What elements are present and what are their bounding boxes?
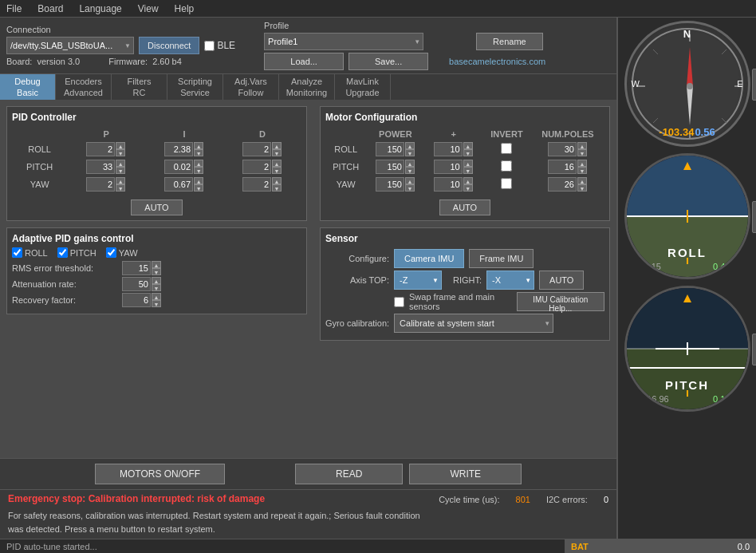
motor-yaw-invert[interactable] — [501, 178, 512, 189]
tab-basic-label[interactable]: Basic — [0, 87, 55, 100]
pid-roll-i-down[interactable]: ▼ — [194, 149, 203, 156]
tab-debug-basic[interactable]: Debug Basic — [0, 74, 56, 100]
attenuation-up[interactable]: ▲ — [152, 277, 161, 284]
menu-language[interactable]: Language — [76, 2, 124, 16]
pid-pitch-i-up[interactable]: ▲ — [194, 160, 203, 167]
pid-pitch-i-down[interactable]: ▼ — [194, 167, 203, 174]
motor-pitch-plus-down[interactable]: ▼ — [463, 167, 473, 174]
tab-follow-label[interactable]: Follow — [223, 87, 278, 100]
motors-onoff-button[interactable]: MOTORS ON/OFF — [95, 464, 225, 484]
motor-auto-button[interactable]: AUTO — [439, 199, 490, 215]
motor-yaw-plus[interactable] — [434, 177, 463, 192]
motor-yaw-power[interactable] — [376, 177, 404, 192]
motor-pitch-plus[interactable] — [434, 160, 463, 174]
motor-pitch-power-up[interactable]: ▲ — [405, 160, 415, 167]
load-button[interactable]: Load... — [264, 53, 344, 70]
pid-roll-d-up[interactable]: ▲ — [272, 142, 282, 149]
motor-pitch-power[interactable] — [376, 160, 404, 174]
motor-pitch-invert[interactable] — [501, 160, 512, 172]
rms-up[interactable]: ▲ — [152, 261, 161, 268]
motor-roll-poles[interactable] — [548, 142, 577, 156]
pid-pitch-p[interactable] — [86, 160, 115, 174]
right-axis-select[interactable]: -X — [486, 271, 534, 290]
tab-filters-label[interactable]: Filters — [112, 74, 167, 87]
motor-yaw-poles-up[interactable]: ▲ — [577, 177, 587, 184]
motor-roll-power-down[interactable]: ▼ — [405, 149, 415, 156]
pid-yaw-p[interactable] — [86, 177, 115, 192]
camera-imu-button[interactable]: Camera IMU — [394, 249, 464, 268]
pid-yaw-d-up[interactable]: ▲ — [272, 177, 282, 184]
attenuation-down[interactable]: ▼ — [152, 284, 161, 291]
motor-roll-power-up[interactable]: ▲ — [405, 142, 415, 149]
profile-select[interactable]: Profile1 — [264, 33, 423, 50]
motor-roll-power[interactable] — [376, 142, 404, 156]
motor-roll-plus-down[interactable]: ▼ — [463, 149, 473, 156]
pid-auto-button[interactable]: AUTO — [131, 199, 182, 215]
motor-yaw-poles[interactable] — [548, 177, 577, 192]
axis-auto-button[interactable]: AUTO — [539, 271, 584, 290]
imu-help-button[interactable]: IMU Calibration Help... — [517, 292, 604, 311]
motor-pitch-poles-down[interactable]: ▼ — [577, 167, 587, 174]
rms-down[interactable]: ▼ — [152, 268, 161, 275]
pid-roll-i-up[interactable]: ▲ — [194, 142, 203, 149]
motor-yaw-plus-down[interactable]: ▼ — [463, 184, 473, 192]
adaptive-roll-checkbox[interactable] — [12, 247, 22, 258]
menu-board[interactable]: Board — [34, 2, 66, 16]
motor-pitch-power-down[interactable]: ▼ — [405, 167, 415, 174]
tab-service-label[interactable]: Service — [167, 87, 222, 100]
pid-roll-d[interactable] — [242, 142, 271, 156]
tab-scripting-label[interactable]: Scripting — [167, 74, 222, 87]
pid-pitch-i[interactable] — [164, 160, 193, 174]
pid-pitch-d[interactable] — [242, 160, 271, 174]
pid-yaw-p-up[interactable]: ▲ — [116, 177, 125, 184]
menu-file[interactable]: File — [3, 2, 25, 16]
pid-roll-p-down[interactable]: ▼ — [116, 149, 125, 156]
disconnect-button[interactable]: Disconnect — [139, 37, 199, 54]
pid-yaw-d[interactable] — [242, 177, 271, 192]
adaptive-yaw-checkbox[interactable] — [106, 247, 116, 258]
tab-encoders-advanced[interactable]: Encoders Advanced — [56, 74, 112, 100]
roll-handle[interactable] — [752, 201, 757, 233]
pid-roll-i[interactable] — [164, 142, 193, 156]
device-select[interactable]: /dev/tty.SLAB_USBtoUA... — [6, 37, 134, 54]
pid-roll-p-up[interactable]: ▲ — [116, 142, 125, 149]
pid-pitch-d-down[interactable]: ▼ — [272, 167, 282, 174]
menu-help[interactable]: Help — [171, 2, 198, 16]
motor-yaw-power-up[interactable]: ▲ — [405, 177, 415, 184]
motor-roll-poles-down[interactable]: ▼ — [577, 149, 587, 156]
compass-handle[interactable] — [752, 69, 757, 101]
motor-roll-plus-up[interactable]: ▲ — [463, 142, 473, 149]
gyro-select[interactable]: Calibrate at system start — [394, 314, 553, 333]
tab-rc-label[interactable]: RC — [112, 87, 167, 100]
save-button[interactable]: Save... — [348, 53, 428, 70]
pid-yaw-i-up[interactable]: ▲ — [194, 177, 203, 184]
website-link[interactable]: basecamelectronics.com — [449, 57, 545, 66]
tab-analyze-label[interactable]: Analyze — [279, 74, 334, 87]
tab-analyze-monitoring[interactable]: Analyze Monitoring — [279, 74, 335, 100]
pid-roll-d-down[interactable]: ▼ — [272, 149, 282, 156]
read-button[interactable]: READ — [295, 464, 403, 484]
frame-imu-button[interactable]: Frame IMU — [469, 249, 534, 268]
pid-pitch-p-up[interactable]: ▲ — [116, 160, 125, 167]
rms-input[interactable] — [122, 261, 151, 275]
pid-yaw-i-down[interactable]: ▼ — [194, 184, 203, 192]
pid-yaw-d-down[interactable]: ▼ — [272, 184, 282, 192]
recovery-down[interactable]: ▼ — [152, 300, 161, 307]
pid-pitch-d-up[interactable]: ▲ — [272, 160, 282, 167]
recovery-up[interactable]: ▲ — [152, 293, 161, 300]
tab-encoders-label[interactable]: Encoders — [56, 74, 111, 87]
ble-checkbox[interactable] — [204, 41, 215, 51]
swap-checkbox[interactable] — [394, 297, 404, 307]
tab-monitoring-label[interactable]: Monitoring — [279, 87, 334, 100]
recovery-input[interactable] — [122, 293, 151, 307]
motor-roll-plus[interactable] — [434, 142, 463, 156]
motor-roll-poles-up[interactable]: ▲ — [577, 142, 587, 149]
attenuation-input[interactable] — [122, 277, 151, 291]
tab-adjvars-label[interactable]: Adj.Vars — [223, 74, 278, 87]
motor-roll-invert[interactable] — [501, 143, 512, 154]
motor-yaw-plus-up[interactable]: ▲ — [463, 177, 473, 184]
pitch-handle[interactable] — [752, 334, 757, 365]
motor-yaw-power-down[interactable]: ▼ — [405, 184, 415, 192]
pid-yaw-i[interactable] — [164, 177, 193, 192]
tab-adjvars-follow[interactable]: Adj.Vars Follow — [223, 74, 279, 100]
